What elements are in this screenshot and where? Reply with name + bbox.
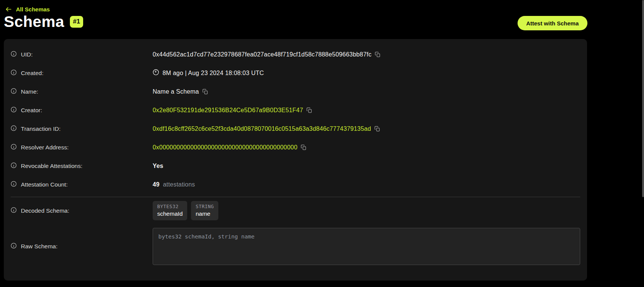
field-type: BYTES32 (157, 204, 183, 209)
copy-icon[interactable] (202, 89, 208, 94)
schema-detail-panel: UID: 0x44d562ac1d7cd77e232978687fea027ac… (4, 39, 587, 281)
info-icon[interactable] (11, 88, 17, 96)
row-revocable-label-cell: Revocable Attestations: (11, 162, 153, 170)
info-icon[interactable] (11, 243, 17, 250)
schema-field-chip: BYTES32 schemaId (153, 201, 187, 220)
schema-number-badge: #1 (70, 16, 83, 27)
clock-icon (153, 69, 159, 77)
row-label: Name: (21, 88, 38, 95)
row-label: UID: (21, 51, 33, 58)
row-name-value-cell: Name a Schema (153, 88, 208, 95)
created-value: 8M ago | Aug 23 2024 18:08:03 UTC (163, 70, 264, 77)
row-name-label-cell: Name: (11, 88, 153, 96)
field-name: name (196, 210, 214, 217)
row-attestation-count-label-cell: Attestation Count: (11, 181, 153, 188)
copy-icon[interactable] (301, 144, 306, 150)
row-transaction-id-value-cell: 0xdf16c8cff2652c6ce52f3cda40d0878070016c… (153, 125, 380, 132)
row-created-label-cell: Created: (11, 69, 153, 77)
attest-with-schema-button[interactable]: Attest with Schema (518, 16, 587, 30)
row-label: Attestation Count: (21, 181, 68, 188)
row-resolver-address-value-cell: 0x00000000000000000000000000000000000000… (153, 144, 306, 151)
back-link-label: All Schemas (16, 6, 50, 13)
info-icon[interactable] (11, 181, 17, 188)
row-uid-value-cell: 0x44d562ac1d7cd77e232978687fea027ace48f7… (153, 51, 380, 58)
copy-icon[interactable] (306, 107, 312, 113)
back-arrow-icon (5, 6, 12, 13)
back-to-all-schemas-link[interactable]: All Schemas (5, 6, 50, 13)
schema-field-chip: STRING name (191, 201, 218, 220)
row-label: Revocable Attestations: (21, 163, 82, 169)
info-icon[interactable] (11, 207, 17, 215)
info-icon[interactable] (11, 162, 17, 170)
row-creator: Creator: 0x2e80F532191de291536B24Ce5D67a… (11, 101, 580, 119)
creator-address-link[interactable]: 0x2e80F532191de291536B24Ce5D67a9B0D3E51F… (153, 107, 303, 114)
row-revocable-attestations: Revocable Attestations: Yes (11, 157, 580, 175)
transaction-id-link[interactable]: 0xdf16c8cff2652c6ce52f3cda40d0878070016c… (153, 125, 371, 132)
info-icon[interactable] (11, 144, 17, 151)
uid-value: 0x44d562ac1d7cd77e232978687fea027ace48f7… (153, 51, 371, 58)
resolver-address-link[interactable]: 0x00000000000000000000000000000000000000… (153, 144, 297, 151)
row-label: Creator: (21, 107, 42, 114)
row-revocable-value-cell: Yes (153, 163, 163, 169)
raw-schema-textarea[interactable]: bytes32 schemaId, string name (153, 228, 580, 265)
attestations-link[interactable]: attestations (163, 181, 195, 188)
row-attestation-count: Attestation Count: 49 attestations (11, 175, 580, 194)
copy-icon[interactable] (375, 52, 380, 57)
row-label: Decoded Schema: (21, 207, 69, 214)
row-raw-schema-label-cell: Raw Schema: (11, 243, 153, 250)
revocable-value: Yes (153, 163, 163, 169)
schema-name-value: Name a Schema (153, 88, 199, 95)
row-uid-label-cell: UID: (11, 51, 153, 58)
field-name: schemaId (157, 210, 183, 217)
scrollbar-thumb[interactable] (642, 0, 644, 197)
row-decoded-schema: Decoded Schema: BYTES32 schemaId STRING … (11, 201, 580, 220)
title-row: Schema #1 (4, 13, 83, 31)
info-icon[interactable] (11, 69, 17, 77)
field-type: STRING (196, 204, 214, 209)
page-title: Schema (4, 13, 64, 31)
row-label: Raw Schema: (21, 243, 57, 250)
decoded-schema-chips: BYTES32 schemaId STRING name (153, 201, 218, 220)
row-raw-schema: Raw Schema: bytes32 schemaId, string nam… (11, 228, 580, 265)
row-created-value-cell: 8M ago | Aug 23 2024 18:08:03 UTC (153, 69, 264, 77)
schema-detail-page: All Schemas Schema #1 Attest with Schema… (0, 0, 644, 287)
row-label: Created: (21, 70, 43, 77)
copy-icon[interactable] (374, 126, 380, 132)
row-created: Created: 8M ago | Aug 23 2024 18:08:03 U… (11, 64, 580, 82)
row-label: Resolver Address: (21, 144, 69, 151)
divider (11, 197, 580, 197)
row-resolver-address-label-cell: Resolver Address: (11, 144, 153, 151)
row-resolver-address: Resolver Address: 0x00000000000000000000… (11, 138, 580, 157)
row-attestation-count-value-cell: 49 attestations (153, 181, 195, 188)
row-transaction-id: Transaction ID: 0xdf16c8cff2652c6ce52f3c… (11, 119, 580, 138)
row-creator-value-cell: 0x2e80F532191de291536B24Ce5D67a9B0D3E51F… (153, 107, 312, 114)
row-decoded-schema-label-cell: Decoded Schema: (11, 207, 153, 215)
row-uid: UID: 0x44d562ac1d7cd77e232978687fea027ac… (11, 45, 580, 64)
attestation-count-value: 49 (153, 181, 159, 188)
row-transaction-id-label-cell: Transaction ID: (11, 125, 153, 133)
info-icon[interactable] (11, 107, 17, 114)
row-creator-label-cell: Creator: (11, 107, 153, 114)
info-icon[interactable] (11, 51, 17, 58)
row-name: Name: Name a Schema (11, 82, 580, 101)
info-icon[interactable] (11, 125, 17, 133)
row-label: Transaction ID: (21, 125, 61, 132)
